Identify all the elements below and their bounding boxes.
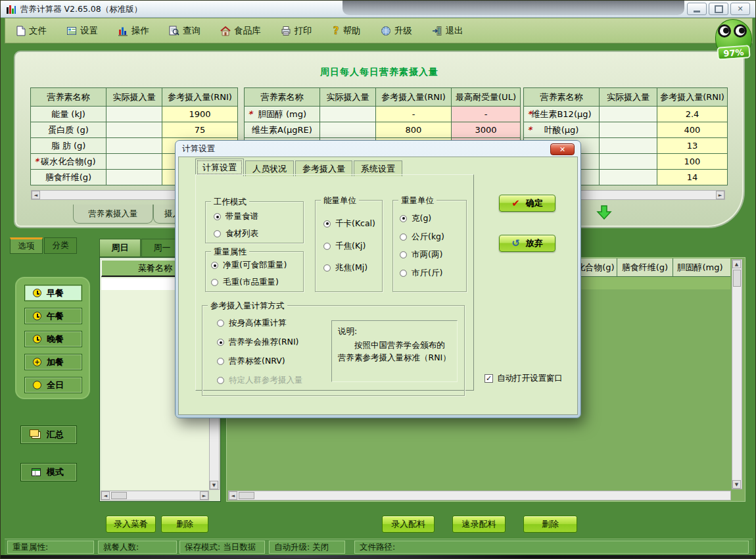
- rni-cell: 100: [657, 154, 728, 170]
- scroll-right-icon[interactable]: [200, 491, 208, 500]
- scroll-down-icon[interactable]: [732, 480, 741, 489]
- quick-add-ingredient-button[interactable]: 速录配料: [452, 516, 506, 533]
- radio-tael[interactable]: 市两(两): [400, 249, 466, 260]
- ingredient-hscrollbar[interactable]: [228, 491, 731, 500]
- close-button[interactable]: [730, 3, 750, 15]
- add-dish-button[interactable]: 录入菜肴: [106, 516, 156, 533]
- maximize-button[interactable]: [709, 3, 728, 15]
- radio-icon: [214, 213, 221, 220]
- scroll-down-icon[interactable]: [210, 481, 218, 489]
- tab-nutrient-intake[interactable]: 营养素摄入量: [73, 205, 153, 224]
- auto-open-settings-checkbox[interactable]: ✓ 自动打开设置窗口: [484, 373, 563, 384]
- table-row: 能量 (kJ) 1900: [31, 107, 238, 122]
- radio-ingredient-list[interactable]: 食材列表: [214, 228, 303, 239]
- toolbar-item-operate[interactable]: 操作: [118, 25, 149, 37]
- window-title: 营养计算器 V2.65.08（标准版）: [20, 4, 142, 15]
- radio-jin[interactable]: 市斤(斤): [400, 268, 466, 279]
- scroll-thumb[interactable]: [111, 492, 127, 499]
- toolbar-item-settings[interactable]: 设置: [66, 25, 98, 37]
- delete-dish-button[interactable]: 删除: [161, 516, 208, 533]
- scroll-right-icon[interactable]: [716, 191, 724, 199]
- clock-plus-icon: [33, 358, 41, 366]
- actual-intake-cell: [600, 122, 657, 138]
- toolbar-item-help[interactable]: ? 帮助: [332, 25, 361, 37]
- radio-icon: [400, 233, 407, 241]
- dish-list-hscrollbar[interactable]: [101, 491, 209, 500]
- day-tab-sunday[interactable]: 周日: [99, 239, 141, 257]
- sidebar-tab-categories[interactable]: 分类: [44, 237, 77, 254]
- panel-title: 周日每人每日营养素摄入量: [15, 66, 744, 78]
- meal-button-dinner[interactable]: 晚餐: [24, 331, 82, 347]
- ok-button[interactable]: ✔ 确定: [499, 195, 555, 212]
- toolbar-item-food-bank[interactable]: 食品库: [220, 25, 261, 37]
- rni-calc-mode-group: 参考摄入量计算方式 按身高体重计算 营养学会推荐(RNI) 营养标签(NRV) …: [202, 305, 465, 396]
- radio-icon: [211, 279, 218, 286]
- radio-recipe-with-amount[interactable]: 带量食谱: [214, 211, 303, 222]
- rni-cell: 13: [657, 138, 728, 154]
- meal-button-all-day[interactable]: 全日: [24, 377, 82, 393]
- mascot-percent-badge: 97%: [717, 45, 750, 60]
- sun-icon: [33, 381, 41, 389]
- upgrade-globe-icon: [381, 26, 391, 36]
- toolbar-item-file[interactable]: 文件: [16, 25, 47, 37]
- radio-kilogram[interactable]: 公斤(kg): [400, 231, 466, 243]
- meal-button-breakfast[interactable]: 早餐: [24, 285, 82, 301]
- rni-cell: -: [376, 107, 452, 122]
- column-header: 营养素名称: [245, 88, 320, 107]
- radio-mj[interactable]: 兆焦(Mj): [323, 262, 382, 274]
- scroll-up-icon[interactable]: [732, 260, 741, 268]
- dialog-tab-calc-settings[interactable]: 计算设置: [195, 158, 244, 176]
- assistant-mascot[interactable]: 97%: [712, 18, 755, 61]
- note-text: 按照中国营养学会颁布的营养素参考摄入量标准（RNI）: [338, 339, 451, 364]
- column-header: 实际摄入量: [600, 88, 657, 107]
- file-icon: [16, 26, 26, 36]
- ingredient-vscrollbar[interactable]: [732, 259, 742, 489]
- radio-kj[interactable]: 千焦(Kj): [323, 241, 382, 252]
- actual-intake-cell: [106, 122, 162, 138]
- radio-by-height-weight[interactable]: 按身高体重计算: [217, 318, 303, 329]
- scroll-left-icon[interactable]: [32, 191, 40, 199]
- radio-net-weight[interactable]: 净重(可食部重量): [211, 260, 303, 271]
- meal-button-lunch[interactable]: 午餐: [24, 308, 82, 324]
- explanation-box: 说明: 按照中国营养学会颁布的营养素参考摄入量标准（RNI）: [331, 320, 458, 382]
- settings-icon: [66, 26, 77, 36]
- svg-text:?: ?: [333, 26, 339, 36]
- status-auto-upgrade: 自动升级: 关闭: [269, 541, 345, 554]
- rni-cell: 800: [376, 122, 452, 138]
- radio-nutrition-label-nrv[interactable]: 营养标签(NRV): [217, 356, 303, 367]
- scroll-left-icon[interactable]: [101, 491, 110, 500]
- search-icon: [169, 26, 179, 36]
- sidebar-tab-options[interactable]: 选项: [10, 237, 43, 254]
- minimize-button[interactable]: [687, 3, 707, 15]
- summary-button[interactable]: 汇总: [20, 425, 77, 444]
- toolbar-item-upgrade[interactable]: 升级: [381, 25, 412, 37]
- actual-intake-cell: [320, 122, 376, 138]
- actual-intake-cell: [106, 138, 162, 154]
- toolbar-item-print[interactable]: 打印: [281, 25, 312, 37]
- radio-kcal[interactable]: 千卡(Kcal): [323, 218, 382, 230]
- radio-society-rni[interactable]: 营养学会推荐(RNI): [217, 337, 303, 348]
- food-bank-house-icon: [220, 26, 231, 36]
- rni-cell: 14: [657, 170, 728, 185]
- meal-button-snack[interactable]: 加餐: [24, 354, 82, 370]
- radio-gross-weight[interactable]: 毛重(市品重量): [211, 277, 303, 288]
- toolbar-item-exit[interactable]: 退出: [432, 25, 463, 37]
- table-row: *叶酸(μg) 400: [524, 122, 728, 138]
- table-row: 蛋白质 (g) 75: [31, 122, 238, 138]
- ul-cell: 3000: [452, 122, 521, 138]
- mode-button[interactable]: 模式: [20, 463, 77, 481]
- add-ingredient-button[interactable]: 录入配料: [382, 516, 435, 533]
- radio-icon: [400, 270, 407, 277]
- toolbar-item-query[interactable]: 查询: [169, 25, 201, 37]
- scroll-left-icon[interactable]: [229, 491, 237, 500]
- column-header: 参考摄入量(RNI): [162, 88, 238, 107]
- cancel-button[interactable]: ↺ 放弃: [499, 235, 555, 252]
- radio-icon: [323, 220, 331, 228]
- dialog-close-icon[interactable]: ✕: [550, 143, 575, 155]
- nutrient-name-cell: 脂 肪 (g): [31, 138, 106, 154]
- dialog-title: 计算设置: [182, 143, 215, 155]
- scroll-thumb[interactable]: [733, 270, 741, 287]
- scroll-thumb[interactable]: [239, 492, 254, 499]
- delete-ingredient-button[interactable]: 删除: [523, 516, 577, 533]
- radio-gram[interactable]: 克(g): [400, 213, 466, 224]
